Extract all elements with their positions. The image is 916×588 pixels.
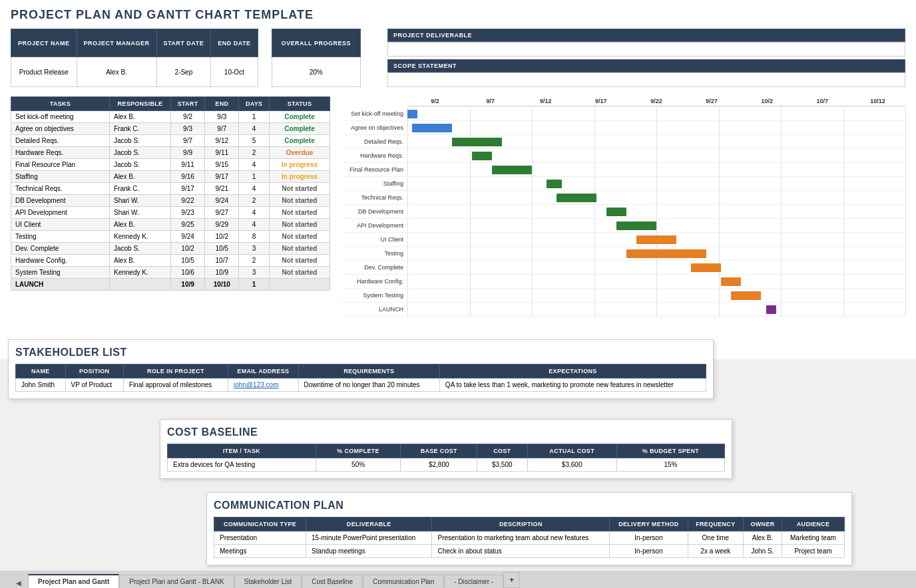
- task-responsible: Alex B.: [109, 255, 170, 267]
- task-responsible: Jacob S.: [109, 159, 170, 171]
- task-name: UI Client: [11, 219, 110, 231]
- task-start: 10/5: [170, 255, 204, 267]
- comm-header: COMMUNICATION TYPE: [214, 517, 306, 531]
- comm-frequency: 2x a week: [688, 545, 743, 558]
- tab-prev-arrow[interactable]: ◀: [13, 578, 24, 588]
- gantt-gridline: [719, 121, 720, 135]
- gantt-gridline: [407, 163, 408, 177]
- task-responsible: Alex B.: [109, 171, 170, 183]
- gantt-gridline: [407, 121, 408, 135]
- tab-cost-baseline[interactable]: Cost Baseline: [302, 575, 363, 588]
- stakeholder-header: ROLE IN PROJECT: [123, 365, 228, 378]
- gantt-row: UI Client: [341, 233, 905, 247]
- gantt-gridline: [719, 247, 720, 261]
- end-date-value: 10-Oct: [211, 57, 258, 87]
- gantt-gridline: [781, 303, 782, 317]
- gantt-gridline: [781, 205, 782, 219]
- project-manager-header: PROJECT MANAGER: [77, 29, 156, 57]
- cost-pct-complete: 50%: [316, 458, 401, 472]
- gantt-gridline: [470, 205, 471, 219]
- communication-section: COMMUNICATION PLAN COMMUNICATION TYPEDEL…: [206, 492, 852, 565]
- task-row: DB Development Shari W. 9/22 9/24 2 Not …: [11, 195, 330, 207]
- gantt-timeline: [407, 121, 905, 135]
- tab---disclaimer--[interactable]: - Disclaimer -: [444, 575, 503, 588]
- gantt-bar: [452, 138, 502, 146]
- gantt-row-label: Final Resource Plan: [341, 166, 407, 173]
- task-days: 1: [239, 111, 270, 123]
- comm-description: Check in about status: [432, 545, 610, 558]
- cost-item: Extra devices for QA testing: [168, 458, 316, 472]
- start-date-header: START DATE: [156, 29, 211, 57]
- comm-method: In-person: [610, 545, 688, 558]
- comm-header: DESCRIPTION: [432, 517, 610, 531]
- task-days: 5: [239, 135, 270, 147]
- task-responsible: Alex B.: [109, 111, 170, 123]
- comm-method: In-person: [610, 531, 688, 545]
- comm-header: DELIVERY METHOD: [610, 517, 688, 531]
- task-start: 10/2: [170, 243, 204, 255]
- gantt-row-label: LAUNCH: [341, 306, 407, 313]
- gantt-timeline: [407, 177, 905, 191]
- tab-project-plan-and-gantt[interactable]: Project Plan and Gantt: [28, 574, 119, 588]
- tab-add-button[interactable]: +: [503, 572, 520, 588]
- task-row: LAUNCH 10/9 10/10 1: [11, 279, 330, 291]
- task-status: Complete: [269, 111, 330, 123]
- gantt-gridline: [905, 289, 906, 303]
- task-start: 9/25: [170, 219, 204, 231]
- task-end: 10/10: [205, 279, 239, 291]
- gantt-gridline: [470, 107, 471, 121]
- gantt-row: API Development: [341, 219, 905, 233]
- gantt-gridline: [656, 121, 657, 135]
- stakeholder-header: EMAIL ADDRESS: [228, 365, 299, 378]
- task-name: LAUNCH: [11, 279, 110, 291]
- gantt-gridline: [594, 247, 595, 261]
- gantt-gridline: [594, 261, 595, 275]
- task-name: Final Resource Plan: [11, 159, 110, 171]
- gantt-gridline: [719, 303, 720, 317]
- gantt-gridline: [843, 163, 844, 177]
- task-name: Testing: [11, 231, 110, 243]
- gantt-row: Technical Reqs.: [341, 191, 905, 205]
- task-start: 9/3: [170, 123, 204, 135]
- comm-deliverable: Standup meetings: [306, 545, 432, 558]
- gantt-row: Dev. Complete: [341, 261, 905, 275]
- gantt-section: 9/29/79/129/179/229/2710/210/710/12Set k…: [341, 96, 905, 317]
- bottom-sections: STAKEHOLDER LIST NAMEPOSITIONROLE IN PRO…: [0, 339, 916, 571]
- gantt-gridline: [843, 107, 844, 121]
- gantt-gridline: [470, 275, 471, 289]
- gantt-gridline: [843, 247, 844, 261]
- task-end: 9/11: [205, 147, 239, 159]
- tab-project-plan-and-gantt---blank[interactable]: Project Plan and Gantt - BLANK: [119, 575, 234, 588]
- gantt-date-label: 9/17: [573, 96, 628, 106]
- task-row: Set kick-off meeting Alex B. 9/2 9/3 1 C…: [11, 111, 330, 123]
- task-responsible: Shari W.: [109, 207, 170, 219]
- deliverable-section: PROJECT DELIVERABLE SCOPE STATEMENT: [387, 29, 905, 87]
- gantt-gridline: [470, 289, 471, 303]
- gantt-gridline: [719, 205, 720, 219]
- task-row: Dev. Complete Jacob S. 10/2 10/5 3 Not s…: [11, 243, 330, 255]
- tab-communication-plan[interactable]: Communication Plan: [363, 575, 444, 588]
- task-status: Not started: [269, 255, 330, 267]
- cost-section: COST BASELINE ITEM / TASK% COMPLETEBASE …: [160, 419, 732, 479]
- gantt-gridline: [532, 163, 533, 177]
- gantt-gridline: [781, 289, 782, 303]
- gantt-gridline: [719, 191, 720, 205]
- gantt-gridline: [594, 107, 595, 121]
- task-days: 4: [239, 219, 270, 231]
- gantt-gridline: [470, 303, 471, 317]
- stakeholder-title: STAKEHOLDER LIST: [15, 347, 706, 359]
- task-days: 4: [239, 207, 270, 219]
- task-end: 9/12: [205, 135, 239, 147]
- gantt-gridline: [532, 135, 533, 149]
- task-name: Agree on objectives: [11, 123, 110, 135]
- task-end: 9/7: [205, 123, 239, 135]
- tab-stakeholder-list[interactable]: Stakeholder List: [234, 575, 302, 588]
- gantt-gridline: [719, 233, 720, 247]
- gantt-gridline: [594, 163, 595, 177]
- gantt-gridline: [905, 191, 906, 205]
- gantt-gridline: [407, 149, 408, 163]
- gantt-date-label: 9/27: [684, 96, 740, 106]
- gantt-gridline: [594, 177, 595, 191]
- task-end: 9/17: [205, 171, 239, 183]
- gantt-gridline: [407, 233, 408, 247]
